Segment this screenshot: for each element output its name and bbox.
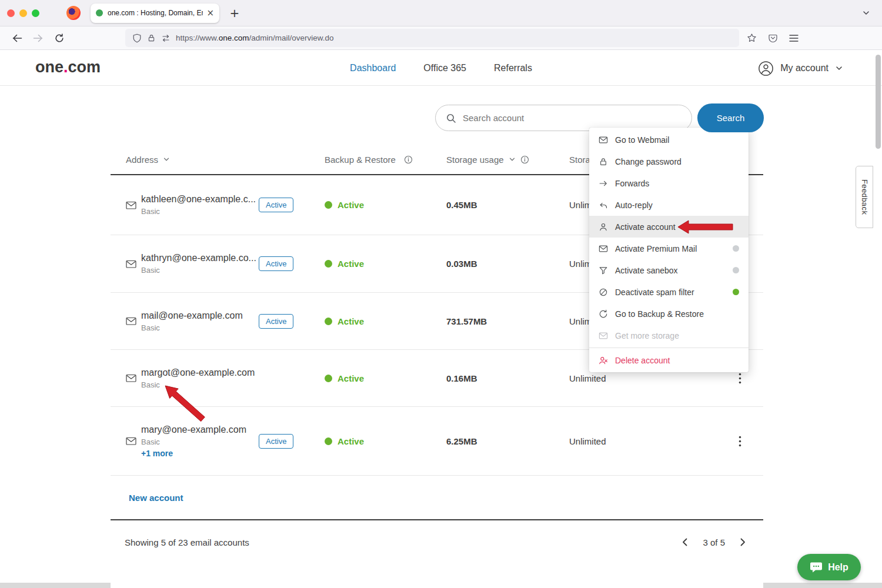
url-bar[interactable]: https://www.one.com/admin/mail/overview.…: [125, 29, 739, 47]
menu-item-forwards[interactable]: Forwards: [589, 172, 749, 194]
column-header-backup-restore: Backup & Restore: [325, 155, 446, 165]
mail-icon: [126, 436, 141, 446]
account-menu[interactable]: My account: [758, 51, 843, 86]
sort-chevron-icon: [508, 155, 516, 163]
menu-item-activate-premium-mail[interactable]: Activate Premium Mail: [589, 238, 749, 259]
url-text: https://www.one.com/admin/mail/overview.…: [176, 34, 334, 42]
email-address: mary@one-example.com: [141, 425, 259, 435]
plan-label: Basic: [141, 437, 259, 446]
column-header-storage-usage[interactable]: Storage usage: [446, 155, 569, 165]
help-label: Help: [828, 562, 848, 573]
status-text: Active: [338, 373, 364, 383]
menu-item-auto-reply[interactable]: Auto-reply: [589, 194, 749, 216]
search-button[interactable]: Search: [697, 103, 764, 132]
window-close-button[interactable]: [7, 9, 15, 17]
storage-usage-value: 0.16MB: [446, 373, 569, 383]
main-nav: Dashboard Office 365 Referrals: [350, 51, 532, 86]
reply-icon: [599, 201, 608, 210]
active-badge: Active: [259, 434, 293, 449]
email-address: kathleen@one-example.c...: [141, 194, 259, 205]
site-header: one.com Dashboard Office 365 Referrals M…: [0, 51, 882, 86]
page-bottom-strip: [0, 583, 882, 588]
status-text: Active: [338, 259, 364, 269]
new-tab-button[interactable]: +: [226, 5, 243, 21]
lock-icon[interactable]: [147, 34, 156, 42]
tab-close-icon[interactable]: ×: [206, 8, 214, 18]
tab-title: one.com : Hosting, Domain, Ema: [108, 9, 203, 17]
status-dot: [325, 437, 332, 445]
account-context-menu: Go to Webmail Change password Forwards A…: [589, 128, 749, 372]
envelope-icon: [599, 135, 608, 145]
new-account-link[interactable]: New account: [129, 493, 183, 503]
info-icon[interactable]: [520, 155, 529, 164]
menu-divider: [589, 348, 749, 348]
bookmark-star-icon[interactable]: [743, 30, 760, 46]
plan-label: Basic: [141, 266, 259, 275]
storage-usage-value: 6.25MB: [446, 436, 569, 446]
pagination-prev-button[interactable]: [679, 536, 691, 549]
more-accounts-link[interactable]: +1 more: [141, 449, 259, 458]
menu-item-activate-account[interactable]: Activate account: [589, 216, 749, 238]
row-actions-kebab-icon[interactable]: [736, 370, 744, 386]
forward-button[interactable]: [30, 30, 46, 46]
column-header-address[interactable]: Address: [126, 155, 259, 165]
tab-list-chevron-icon[interactable]: [862, 9, 870, 17]
back-button[interactable]: [9, 30, 25, 46]
account-label: My account: [780, 63, 828, 74]
browser-toolbar: https://www.one.com/admin/mail/overview.…: [0, 26, 882, 50]
restore-icon: [599, 309, 608, 319]
permissions-icon[interactable]: [161, 34, 171, 42]
menu-hamburger-icon[interactable]: [786, 30, 802, 46]
funnel-icon: [599, 266, 608, 275]
page-content: one.com Dashboard Office 365 Referrals M…: [0, 51, 882, 588]
results-summary: Showing 5 of 23 email accounts: [125, 537, 249, 547]
chevron-down-icon: [835, 64, 843, 72]
browser-tab[interactable]: one.com : Hosting, Domain, Ema ×: [91, 4, 219, 23]
mail-icon: [126, 201, 141, 210]
window-minimize-button[interactable]: [19, 9, 27, 17]
lock-icon: [599, 157, 608, 166]
menu-item-change-password[interactable]: Change password: [589, 151, 749, 172]
menu-item-delete-account[interactable]: Delete account: [589, 349, 749, 371]
reload-button[interactable]: [51, 30, 68, 46]
nav-item-dashboard[interactable]: Dashboard: [350, 63, 396, 74]
mail-icon: [126, 316, 141, 326]
storage-usage-value: 731.57MB: [446, 316, 569, 326]
window-controls: [0, 9, 39, 17]
one-com-logo[interactable]: one.com: [35, 58, 101, 76]
pagination-label: 3 of 5: [703, 537, 725, 547]
window-zoom-button[interactable]: [32, 9, 39, 17]
feedback-tab[interactable]: Feedback: [856, 166, 873, 228]
pocket-icon[interactable]: [764, 30, 781, 46]
row-actions-kebab-icon[interactable]: [736, 433, 744, 449]
status-text: Active: [338, 436, 364, 446]
status-text: Active: [338, 200, 364, 210]
menu-item-get-more-storage[interactable]: Get more storage: [589, 325, 749, 346]
status-dot: [325, 260, 332, 268]
firefox-icon[interactable]: [66, 6, 81, 20]
pagination-next-button[interactable]: [736, 536, 749, 549]
mail-icon: [126, 373, 141, 383]
storage-limit-value: Unlimited: [569, 436, 710, 446]
plan-label: Basic: [141, 380, 259, 389]
menu-item-activate-sanebox[interactable]: Activate sanebox: [589, 259, 749, 281]
menu-item-deactivate-spam-filter[interactable]: Deactivate spam filter: [589, 281, 749, 303]
info-icon[interactable]: [404, 155, 413, 164]
person-icon: [599, 222, 608, 232]
scrollbar[interactable]: [876, 55, 881, 149]
indicator-dot-green: [733, 289, 739, 295]
envelope-icon: [599, 331, 608, 340]
storage-usage-value: 0.03MB: [446, 259, 569, 269]
nav-item-referrals[interactable]: Referrals: [494, 63, 532, 74]
help-button[interactable]: Help: [797, 554, 861, 580]
menu-item-go-to-backup-restore[interactable]: Go to Backup & Restore: [589, 303, 749, 325]
new-account-row: New account: [111, 476, 763, 520]
nav-item-office-365[interactable]: Office 365: [423, 63, 466, 74]
chat-bubble-icon: [810, 562, 823, 573]
sort-chevron-icon: [162, 155, 171, 163]
active-badge: Active: [259, 198, 293, 212]
tracking-shield-icon[interactable]: [132, 34, 142, 43]
block-icon: [599, 288, 608, 297]
envelope-icon: [599, 244, 608, 253]
indicator-dot-gray: [733, 245, 739, 252]
